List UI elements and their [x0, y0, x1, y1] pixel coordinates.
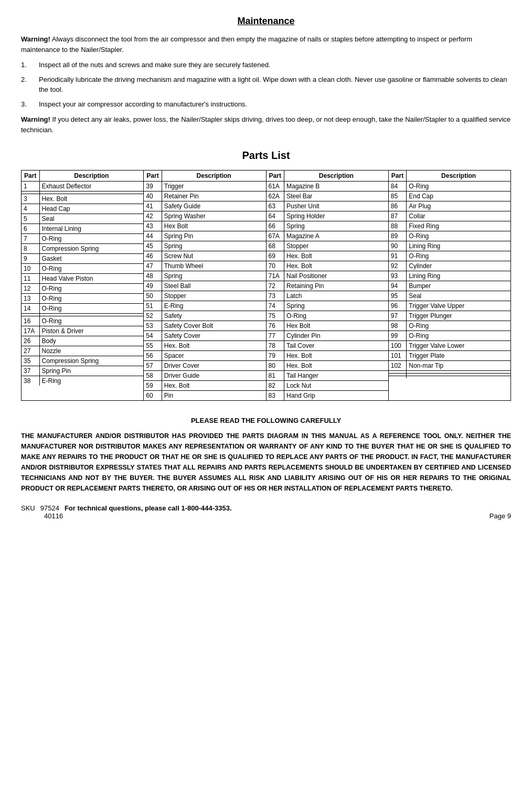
parts-list-title: Parts List [21, 150, 511, 162]
table-row: 100Trigger Valve Lower [389, 341, 510, 351]
table-row: 45Spring [144, 241, 265, 251]
table-row: 92Cylinder [389, 261, 510, 271]
part-number: 26 [22, 336, 39, 346]
part-number: 1 [22, 182, 39, 191]
step-3: 3.Inspect your air compressor according … [21, 99, 511, 110]
table-row: 44Spring Pin [144, 231, 265, 241]
footer: SKU 97524 For technical questions, pleas… [21, 504, 511, 520]
table-row: 13O-Ring [22, 294, 143, 304]
disclaimer-body: THE MANUFACTURER AND/OR DISTRIBUTOR HAS … [21, 431, 511, 494]
part-number: 94 [389, 281, 407, 291]
table-row: 97Trigger Plunger [389, 311, 510, 321]
part-number: 79 [267, 351, 284, 361]
part-description: Lining Ring [407, 241, 510, 251]
part-number: 42 [144, 211, 162, 221]
part-description: O-Ring [39, 304, 143, 314]
part-number: 6 [22, 224, 39, 234]
warning-label-2: Warning! [21, 115, 50, 123]
part-description: O-Ring [407, 182, 510, 191]
part-number: 90 [389, 241, 407, 251]
part-description: Hex. Bolt [162, 381, 265, 391]
table-row: 68Stopper [267, 241, 388, 251]
part-number: 80 [267, 361, 284, 371]
table-row: 52Safety [144, 311, 265, 321]
table-row: 83Hand Grip [267, 391, 388, 401]
parts-col-header: Description [162, 171, 265, 182]
part-description: Head Valve Piston [39, 274, 143, 284]
table-row: 10O-Ring [22, 264, 143, 274]
part-description: Stopper [284, 241, 388, 251]
part-number: 69 [267, 251, 284, 261]
part-number: 64 [267, 211, 284, 221]
table-row: 95Seal [389, 291, 510, 301]
sku-label: SKU [21, 504, 35, 512]
part-number: 99 [389, 331, 407, 341]
part-number: 85 [389, 191, 407, 201]
part-description: O-Ring [39, 284, 143, 294]
part-number: 35 [22, 356, 39, 366]
part-number: 17A [22, 326, 39, 336]
part-number: 50 [144, 291, 162, 301]
table-row: 82Lock Nut [267, 381, 388, 391]
table-row: 102Non-mar Tip [389, 361, 510, 371]
part-number: 47 [144, 261, 162, 271]
part-number: 75 [267, 311, 284, 321]
part-number: 66 [267, 221, 284, 231]
part-number: 86 [389, 201, 407, 211]
sku1: 97524 [40, 504, 59, 512]
table-row: 38E-Ring [22, 376, 143, 386]
part-description: Lining Ring [407, 271, 510, 281]
part-description: O-Ring [39, 294, 143, 304]
part-description: Seal [407, 291, 510, 301]
part-number: 58 [144, 371, 162, 381]
table-row: 85End Cap [389, 191, 510, 201]
table-row: 16O-Ring [22, 316, 143, 326]
table-row: 84O-Ring [389, 182, 510, 191]
part-description: Cylinder [407, 261, 510, 271]
sku-block: SKU 97524 For technical questions, pleas… [21, 504, 232, 520]
part-number: 91 [389, 251, 407, 261]
parts-col-header: Part [267, 171, 284, 182]
part-description: Head Cap [39, 204, 143, 214]
part-description: Safety [162, 311, 265, 321]
part-number: 8 [22, 244, 39, 254]
table-row: 43Hex Bolt [144, 221, 265, 231]
part-number: 11 [22, 274, 39, 284]
part-description: O-Ring [39, 234, 143, 244]
part-number: 59 [144, 381, 162, 391]
part-number: 74 [267, 301, 284, 311]
part-number: 96 [389, 301, 407, 311]
table-row: 39Trigger [144, 182, 265, 191]
part-number: 10 [22, 264, 39, 274]
part-description: Hex. Bolt [284, 351, 388, 361]
part-description: Safety Guide [162, 201, 265, 211]
table-row: 72Retaining Pin [267, 281, 388, 291]
table-row: 81Tail Hanger [267, 371, 388, 381]
warning-label-1: Warning! [21, 35, 50, 43]
part-number: 7 [22, 234, 39, 244]
part-description: Magazine A [284, 231, 388, 241]
part-number: 72 [267, 281, 284, 291]
part-number: 37 [22, 366, 39, 376]
parts-col-2: PartDescription39Trigger40Retainer Pin41… [144, 171, 266, 400]
step-1: 1.Inspect all of the nuts and screws and… [21, 60, 511, 70]
warning-text-2: If you detect any air leaks, power loss,… [21, 115, 510, 134]
part-description: Trigger Valve Lower [407, 341, 510, 351]
table-row: 94Bumper [389, 281, 510, 291]
part-number: 100 [389, 341, 407, 351]
part-description: Piston & Driver [39, 326, 143, 336]
part-description: Hex. Bolt [284, 361, 388, 371]
parts-col-3: PartDescription61AMagazine B62ASteel Bar… [267, 171, 389, 400]
table-row: 99O-Ring [389, 331, 510, 341]
part-description: Lock Nut [284, 381, 388, 391]
table-row: 96Trigger Valve Upper [389, 301, 510, 311]
part-description: O-Ring [407, 331, 510, 341]
part-number: 82 [267, 381, 284, 391]
table-row: 12O-Ring [22, 284, 143, 294]
table-row: 64Spring Holder [267, 211, 388, 221]
table-row: 26Body [22, 336, 143, 346]
table-row: 75O-Ring [267, 311, 388, 321]
part-number: 97 [389, 311, 407, 321]
part-number: 70 [267, 261, 284, 271]
part-number: 57 [144, 361, 162, 371]
